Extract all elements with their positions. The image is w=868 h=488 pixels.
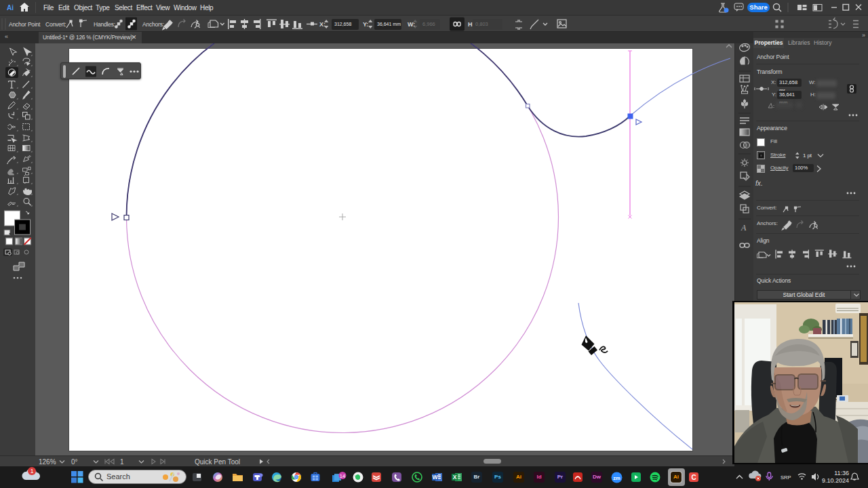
svg-text:11:36: 11:36	[834, 470, 849, 476]
svg-text:X: X	[453, 474, 457, 481]
svg-text:W: W	[432, 474, 438, 481]
svg-text:SRP: SRP	[781, 474, 791, 481]
svg-text:Share: Share	[749, 3, 767, 11]
svg-text:9.10.2024: 9.10.2024	[822, 477, 849, 484]
svg-text:A: A	[741, 223, 747, 232]
svg-text:C: C	[691, 474, 696, 481]
svg-text:1: 1	[31, 468, 34, 474]
svg-text:14: 14	[340, 473, 345, 479]
svg-text:zm: zm	[613, 475, 620, 481]
